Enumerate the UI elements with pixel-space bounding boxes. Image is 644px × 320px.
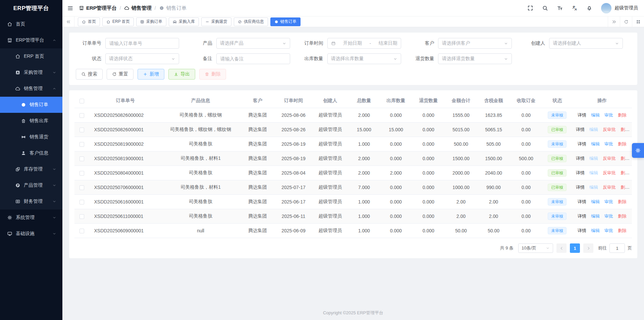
cell-total-qty: 2.000 — [348, 108, 380, 123]
row-action-0[interactable]: 详情 — [578, 228, 586, 233]
tab-item-5[interactable]: 供应商信息 — [234, 17, 268, 26]
menu-toggle-icon[interactable] — [67, 5, 73, 11]
tabs-scroll-left-button[interactable] — [62, 16, 74, 27]
fullscreen-icon[interactable] — [527, 5, 533, 11]
row-action-1[interactable]: 编辑 — [591, 228, 600, 233]
row-action-2[interactable]: 审批 — [604, 214, 613, 219]
settings-fab[interactable] — [632, 143, 644, 158]
row-action-3[interactable]: 删除 — [621, 170, 629, 175]
row-action-2[interactable]: 反审批 — [603, 170, 616, 175]
filter-input-order-no[interactable] — [105, 38, 179, 49]
row-action-1[interactable]: 编辑 — [591, 214, 600, 219]
tabs-layout-button[interactable] — [632, 16, 644, 27]
goto-page-input[interactable] — [609, 243, 625, 253]
row-action-2[interactable]: 审批 — [604, 141, 613, 146]
reset-button[interactable]: 重置 — [107, 69, 133, 80]
row-checkbox[interactable] — [79, 128, 84, 132]
row-action-2[interactable]: 审批 — [604, 112, 613, 118]
breadcrumb-item-sales[interactable]: 销售管理 — [124, 5, 152, 11]
refresh-icon — [112, 72, 117, 77]
row-action-2[interactable]: 审批 — [604, 228, 613, 233]
row-action-0[interactable]: 详情 — [576, 185, 585, 190]
sidebar-item-4[interactable]: 销售管理 — [0, 81, 62, 97]
row-checkbox[interactable] — [79, 200, 84, 204]
row-checkbox[interactable] — [79, 156, 84, 161]
filter-select-out-qty[interactable]: 请选择出库数量 — [327, 53, 401, 64]
add-button[interactable]: 新增 — [138, 69, 164, 80]
filter-select-creator[interactable]: 请选择创建人 — [549, 38, 623, 49]
row-action-2[interactable]: 审批 — [604, 199, 613, 204]
row-checkbox[interactable] — [79, 171, 84, 176]
row-checkbox[interactable] — [79, 142, 84, 147]
row-action-2[interactable]: 反审批 — [603, 185, 616, 190]
tab-item-3[interactable]: 采购入库 — [169, 17, 199, 26]
row-action-3[interactable]: 删除 — [621, 127, 629, 132]
sidebar-item-1[interactable]: ERP管理平台 — [0, 32, 62, 48]
filter-select-status[interactable]: 请选择状态 — [105, 53, 179, 64]
sidebar-item-8[interactable]: 客户信息 — [0, 145, 62, 161]
translate-icon[interactable]: 文A — [572, 5, 578, 11]
page-size-select[interactable]: 10条/页 — [518, 243, 553, 253]
row-action-0[interactable]: 详情 — [578, 112, 586, 118]
row-action-3[interactable]: 删除 — [618, 199, 627, 204]
sidebar-item-13[interactable]: 基础设施 — [0, 226, 62, 242]
filter-select-return-qty[interactable]: 请选择退货数量 — [438, 53, 512, 64]
sidebar-item-3[interactable]: 采购管理 — [0, 64, 62, 81]
row-checkbox[interactable] — [79, 113, 84, 118]
row-action-1[interactable]: 编辑 — [591, 199, 600, 204]
page-number-button[interactable]: 1 — [570, 243, 580, 253]
breadcrumb-item-platform[interactable]: ERP管理平台 — [79, 5, 117, 11]
filter-select-customer[interactable]: 请选择供客户 — [438, 38, 512, 49]
tab-item-1[interactable]: ERP 首页 — [102, 17, 134, 26]
sidebar-item-5[interactable]: 销售订单 — [0, 97, 62, 113]
row-action-2[interactable]: 反审批 — [603, 127, 616, 132]
row-action-0[interactable]: 详情 — [576, 170, 585, 175]
filter-input-remark[interactable] — [216, 53, 290, 64]
row-checkbox[interactable] — [79, 214, 84, 219]
row-action-3[interactable]: 删除 — [618, 141, 627, 146]
sidebar-item-7[interactable]: 销售退货 — [0, 129, 62, 145]
filter-select-product[interactable]: 请选择产品 — [216, 38, 290, 49]
font-size-icon[interactable] — [557, 5, 563, 11]
tab-item-0[interactable]: 首页 — [78, 17, 100, 26]
prev-page-button[interactable] — [556, 243, 567, 253]
sidebar-item-0[interactable]: 首页 — [0, 16, 62, 32]
row-action-3[interactable]: 删除 — [618, 112, 627, 118]
row-action-2[interactable]: 反审批 — [603, 156, 616, 161]
goto-label: 前往 — [598, 245, 607, 251]
sidebar-item-6[interactable]: 销售出库 — [0, 113, 62, 129]
next-page-button[interactable] — [583, 243, 593, 253]
row-checkbox[interactable] — [79, 229, 84, 233]
row-checkbox[interactable] — [79, 185, 84, 190]
row-action-3[interactable]: 删除 — [618, 228, 627, 233]
row-action-3[interactable]: 删除 — [621, 185, 629, 190]
tab-item-4[interactable]: 采购退货 — [201, 17, 231, 26]
tabs-scroll-right-button[interactable] — [608, 16, 620, 27]
row-action-0[interactable]: 详情 — [578, 199, 586, 204]
row-action-3[interactable]: 删除 — [618, 214, 627, 219]
cell-return-qty: 0.000 — [412, 151, 445, 166]
row-action-0[interactable]: 详情 — [578, 141, 586, 146]
row-action-3[interactable]: 删除 — [621, 156, 629, 161]
filter-daterange-order-time[interactable]: 开始日期-结束日期 — [327, 38, 401, 49]
bell-icon[interactable] — [586, 5, 592, 11]
search-button[interactable]: 搜索 — [76, 69, 103, 80]
sidebar-item-10[interactable]: 产品管理 — [0, 177, 62, 193]
row-action-0[interactable]: 详情 — [578, 214, 586, 219]
tab-item-6[interactable]: 销售订单 — [270, 17, 301, 26]
export-button[interactable]: 导出 — [168, 69, 195, 80]
tabs-refresh-button[interactable] — [620, 16, 632, 27]
row-action-1[interactable]: 编辑 — [591, 112, 600, 118]
row-action-0[interactable]: 详情 — [576, 156, 585, 161]
select-all-checkbox[interactable] — [79, 99, 84, 103]
purchase-icon — [15, 70, 20, 75]
tab-item-2[interactable]: 采购订单 — [136, 17, 166, 26]
sidebar-item-9[interactable]: 库存管理 — [0, 161, 62, 177]
user-menu[interactable]: 超级管理员 — [601, 3, 638, 13]
sidebar-item-12[interactable]: 系统管理 — [0, 210, 62, 226]
row-action-1[interactable]: 编辑 — [591, 141, 600, 146]
row-action-0[interactable]: 详情 — [576, 127, 585, 132]
search-icon[interactable] — [542, 5, 548, 11]
sidebar-item-2[interactable]: ERP 首页 — [0, 48, 62, 64]
sidebar-item-11[interactable]: 财务管理 — [0, 193, 62, 210]
